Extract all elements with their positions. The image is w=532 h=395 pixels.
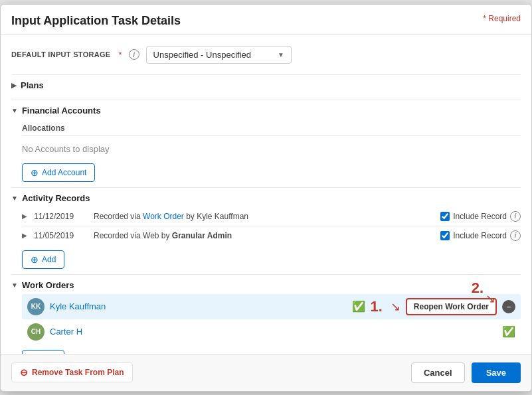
work-order-2-complete-icon: ✅: [502, 325, 515, 338]
activity-row-1-info-icon[interactable]: i: [510, 211, 521, 222]
remove-task-icon: ⊖: [20, 367, 28, 378]
activity-row-2-include-label: Include Record: [453, 231, 507, 240]
activity-row-2-info-icon[interactable]: i: [510, 230, 521, 241]
activity-records-content: ▶ 11/12/2019 Recorded via Work Order by …: [11, 207, 521, 269]
storage-field-row: DEFAULT INPUT STORAGE * i Unspecified - …: [11, 46, 521, 64]
activity-row-1-desc: Recorded via Work Order by Kyle Kauffman: [94, 212, 434, 221]
financial-accounts-section: ▼ Financial Accounts Allocations No Acco…: [11, 100, 521, 182]
add-activity-button[interactable]: ⊕ Add: [22, 250, 64, 269]
modal-body: DEFAULT INPUT STORAGE * i Unspecified - …: [1, 35, 531, 354]
plans-section: ▶ Plans: [11, 74, 521, 94]
activity-row-2-date: 11/05/2019: [34, 231, 87, 240]
activity-records-label: Activity Records: [22, 193, 90, 203]
financial-accounts-header[interactable]: ▼ Financial Accounts: [11, 100, 521, 119]
modal-header: Input Application Task Details * Require…: [1, 5, 531, 35]
remove-task-button[interactable]: ⊖ Remove Task From Plan: [11, 362, 133, 382]
plans-expand-arrow: ▶: [11, 82, 17, 89]
work-orders-arrow: ▼: [11, 281, 18, 289]
work-order-row-2: CH Carter H ✅: [22, 319, 521, 345]
financial-accounts-content: Allocations No Accounts to display ⊕ Add…: [11, 119, 521, 182]
work-order-name-1[interactable]: Kyle Kauffman: [50, 301, 347, 311]
work-orders-label: Work Orders: [22, 280, 74, 290]
financial-accounts-arrow: ▼: [11, 107, 18, 114]
save-button[interactable]: Save: [472, 362, 521, 383]
annotation-2-arrow: ↘: [486, 291, 495, 306]
activity-row-2-checkbox[interactable]: [440, 231, 450, 240]
plus-circle-icon: ⊕: [31, 167, 39, 178]
avatar-kk: KK: [27, 298, 44, 315]
remove-work-order-1-button[interactable]: −: [502, 300, 515, 313]
storage-select[interactable]: Unspecified - Unspecified ▼: [146, 46, 292, 64]
activity-records-arrow: ▼: [11, 195, 18, 202]
modal-title: Input Application Task Details: [11, 14, 181, 28]
annotation-2-label: 2.: [472, 279, 484, 297]
plans-section-label: Plans: [21, 80, 44, 90]
work-order-1-complete-icon: ✅: [352, 300, 365, 313]
add-account-button[interactable]: ⊕ Add Account: [22, 163, 95, 182]
financial-accounts-label: Financial Accounts: [22, 106, 101, 116]
annotation-1-label: 1.: [371, 298, 383, 315]
work-orders-header[interactable]: ▼ Work Orders: [11, 274, 521, 294]
activity-row-1-arrow[interactable]: ▶: [22, 212, 27, 220]
chevron-down-icon: ▼: [278, 51, 284, 58]
annotation-1-arrow: ↘: [391, 299, 400, 314]
work-orders-content: KK Kyle Kauffman ✅ 1. ↘ Reopen Work Orde…: [11, 294, 521, 354]
plans-section-header[interactable]: ▶ Plans: [11, 74, 521, 94]
modal-footer: ⊖ Remove Task From Plan Cancel Save: [1, 354, 531, 391]
activity-record-1: ▶ 11/12/2019 Recorded via Work Order by …: [22, 207, 521, 226]
activity-row-1-date: 11/12/2019: [34, 212, 87, 221]
storage-select-value: Unspecified - Unspecified: [153, 50, 251, 60]
footer-actions: Cancel Save: [411, 362, 521, 383]
cancel-button[interactable]: Cancel: [411, 362, 465, 383]
activity-row-1-checkbox[interactable]: [440, 212, 450, 221]
add-activity-plus-icon: ⊕: [31, 254, 39, 265]
modal-container: Input Application Task Details * Require…: [0, 4, 532, 392]
activity-row-1-link[interactable]: Work Order: [143, 212, 184, 221]
add-activity-label: Add: [42, 255, 56, 264]
add-work-order-button[interactable]: ⊕ Add: [22, 350, 64, 354]
work-orders-section: ▼ Work Orders KK Kyle Kauffman ✅ 1. ↘ Re…: [11, 274, 521, 354]
activity-row-2-arrow[interactable]: ▶: [22, 232, 27, 239]
add-account-label: Add Account: [42, 168, 86, 177]
activity-row-2-check-area: Include Record i: [440, 230, 521, 241]
work-order-row-1: KK Kyle Kauffman ✅ 1. ↘ Reopen Work Orde…: [22, 294, 521, 319]
activity-records-section: ▼ Activity Records ▶ 11/12/2019 Recorded…: [11, 187, 521, 269]
storage-label: DEFAULT INPUT STORAGE: [11, 50, 111, 58]
avatar-ch: CH: [27, 323, 44, 341]
required-label: * Required: [483, 14, 521, 23]
reopen-work-order-button[interactable]: Reopen Work Order: [406, 298, 497, 315]
no-accounts-text: No Accounts to display: [22, 139, 521, 159]
activity-row-1-check-area: Include Record i: [440, 211, 521, 222]
work-order-name-2[interactable]: Carter H: [50, 327, 497, 337]
storage-info-icon[interactable]: i: [129, 49, 139, 60]
activity-row-1-include-label: Include Record: [453, 212, 507, 221]
allocations-label: Allocations: [22, 119, 521, 136]
activity-row-2-desc: Recorded via Web by Granular Admin: [94, 231, 434, 240]
storage-required-star: *: [119, 50, 122, 60]
activity-record-2: ▶ 11/05/2019 Recorded via Web by Granula…: [22, 226, 521, 245]
remove-task-label: Remove Task From Plan: [32, 368, 124, 377]
activity-records-header[interactable]: ▼ Activity Records: [11, 187, 521, 207]
